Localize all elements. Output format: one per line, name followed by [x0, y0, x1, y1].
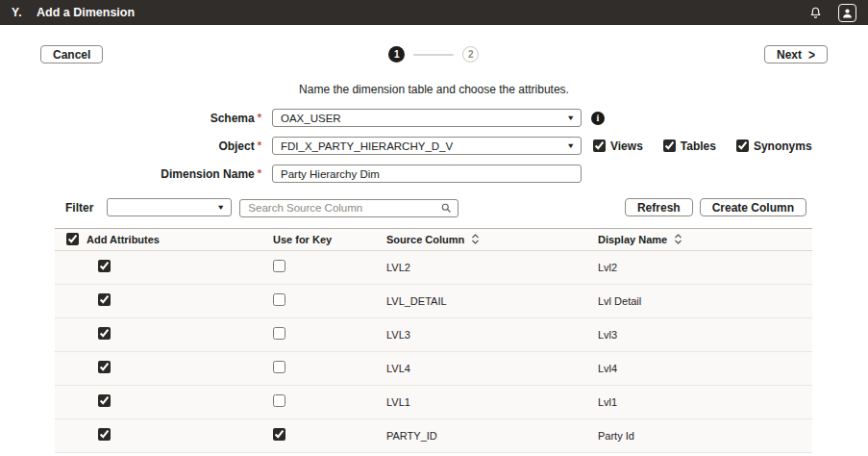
app-logo-icon: Y. [12, 6, 22, 19]
header-add-attributes: Add Attributes [55, 233, 271, 245]
row-use-for-key-checkbox[interactable] [273, 428, 285, 441]
wizard-toolbar: Cancel 1 2 Next > [40, 45, 828, 63]
top-bar: Y. Add a Dimension [0, 0, 868, 25]
cancel-button[interactable]: Cancel [40, 45, 103, 63]
object-type-checkbox[interactable] [663, 139, 676, 152]
row-display-name-value: Lvl Detail [596, 295, 812, 307]
step-2-indicator[interactable]: 2 [462, 46, 479, 63]
row-source-column-value: LVL3 [384, 329, 596, 341]
row-display-name-value: Lvl4 [596, 363, 812, 374]
step-1-indicator[interactable]: 1 [388, 46, 405, 63]
object-select-value: FDI_X_PARTY_HIERARCHY_D_V [281, 140, 453, 152]
row-add-attribute-checkbox[interactable] [98, 394, 111, 407]
row-use-for-key-checkbox[interactable] [273, 394, 285, 407]
filter-select[interactable]: ▼ [107, 198, 232, 216]
next-button-label: Next [777, 48, 802, 62]
info-icon[interactable]: i [591, 112, 605, 125]
row-add-attribute-checkbox[interactable] [98, 260, 111, 272]
row-display-name-value: Party Id [596, 430, 812, 442]
schema-select-value: OAX_USER [281, 113, 341, 124]
dimension-name-input[interactable] [272, 165, 582, 183]
chevron-down-icon: ▼ [566, 114, 575, 122]
table-row: LVL3 Lvl3 [55, 318, 812, 352]
schema-row: Schema* OAX_USER ▼ i [0, 109, 868, 127]
next-button[interactable]: Next > [764, 45, 828, 63]
refresh-button[interactable]: Refresh [625, 198, 693, 216]
row-source-column-value: PARTY_ID [384, 430, 596, 442]
row-add-attribute-checkbox[interactable] [98, 428, 111, 441]
stepper-connector [413, 54, 454, 56]
object-type-option[interactable]: Tables [663, 139, 716, 153]
object-type-option[interactable]: Synonyms [736, 139, 812, 153]
schema-select[interactable]: OAX_USER ▼ [272, 109, 582, 127]
object-type-option[interactable]: Views [593, 139, 643, 153]
object-label: Object* [40, 139, 261, 153]
table-row: LVL_DETAIL Lvl Detail [55, 285, 812, 318]
row-display-name-value: Lvl2 [596, 262, 812, 273]
object-select[interactable]: FDI_X_PARTY_HIERARCHY_D_V ▼ [272, 137, 582, 155]
chevron-down-icon: ▼ [216, 203, 225, 212]
table-actions: Refresh Create Column [625, 198, 806, 216]
row-source-column-value: LVL1 [384, 396, 596, 408]
header-display-name: Display Name [596, 233, 812, 245]
row-display-name-value: Lvl3 [596, 329, 812, 341]
user-avatar-icon[interactable] [838, 4, 856, 22]
filter-label: Filter [65, 201, 93, 215]
object-type-label: Synonyms [754, 139, 812, 153]
attributes-filter-bar: Filter ▼ Refresh Create Column [65, 198, 806, 217]
attributes-table: Add Attributes Use for Key Source Column… [55, 228, 812, 453]
object-type-checkbox[interactable] [736, 139, 749, 152]
table-body: LVL2 Lvl2 LVL_DETAIL Lvl Detail [55, 251, 812, 453]
search-icon [440, 202, 452, 214]
required-asterisk: * [258, 167, 261, 179]
required-asterisk: * [258, 139, 261, 151]
schema-label: Schema* [40, 112, 261, 125]
sort-icon[interactable] [471, 233, 480, 245]
sort-icon[interactable] [674, 233, 682, 245]
table-row: PARTY_ID Party Id [55, 419, 812, 453]
row-add-attribute-checkbox[interactable] [98, 361, 111, 373]
dimension-name-label: Dimension Name* [40, 167, 261, 181]
row-display-name-value: Lvl1 [596, 396, 812, 408]
select-all-checkbox[interactable] [66, 233, 79, 245]
dimension-form: Schema* OAX_USER ▼ i Object* FDI_X_PARTY… [0, 109, 868, 183]
object-type-filters: Views Tables Synonyms [593, 139, 812, 153]
create-column-button[interactable]: Create Column [700, 198, 806, 216]
row-source-column-value: LVL4 [384, 363, 596, 374]
notifications-bell-icon[interactable] [808, 6, 823, 20]
add-attributes-header-label: Add Attributes [87, 234, 160, 245]
object-row: Object* FDI_X_PARTY_HIERARCHY_D_V ▼ View… [0, 137, 868, 155]
row-use-for-key-checkbox[interactable] [273, 361, 285, 373]
row-source-column-value: LVL2 [384, 262, 596, 273]
source-column-header-label: Source Column [386, 234, 464, 245]
object-type-label: Tables [681, 139, 716, 153]
wizard-stepper: 1 2 [103, 46, 764, 63]
instruction-text: Name the dimension table and choose the … [0, 83, 868, 96]
object-type-checkbox[interactable] [593, 139, 606, 152]
chevron-down-icon: ▼ [566, 141, 575, 150]
dimension-name-row: Dimension Name* [0, 165, 868, 183]
table-row: LVL2 Lvl2 [55, 251, 812, 285]
object-type-label: Views [610, 139, 643, 153]
page-title: Add a Dimension [37, 6, 135, 19]
row-source-column-value: LVL_DETAIL [384, 295, 596, 307]
row-add-attribute-checkbox[interactable] [98, 327, 111, 340]
table-row: LVL4 Lvl4 [55, 352, 812, 386]
table-header-row: Add Attributes Use for Key Source Column… [55, 228, 812, 251]
use-for-key-header-label: Use for Key [273, 234, 332, 245]
topbar-actions [808, 4, 856, 22]
header-source-column: Source Column [384, 233, 596, 245]
row-use-for-key-checkbox[interactable] [273, 327, 285, 340]
chevron-right-icon: > [808, 46, 815, 62]
row-use-for-key-checkbox[interactable] [273, 260, 285, 272]
required-asterisk: * [258, 112, 261, 123]
search-field [239, 198, 459, 217]
add-dimension-window: Y. Add a Dimension Cancel 1 2 [0, 0, 868, 456]
row-use-for-key-checkbox[interactable] [273, 293, 285, 306]
row-add-attribute-checkbox[interactable] [98, 293, 111, 306]
table-row: LVL1 Lvl1 [55, 386, 812, 419]
search-source-column-input[interactable] [239, 199, 459, 217]
display-name-header-label: Display Name [598, 234, 667, 245]
header-use-for-key: Use for Key [271, 234, 384, 245]
